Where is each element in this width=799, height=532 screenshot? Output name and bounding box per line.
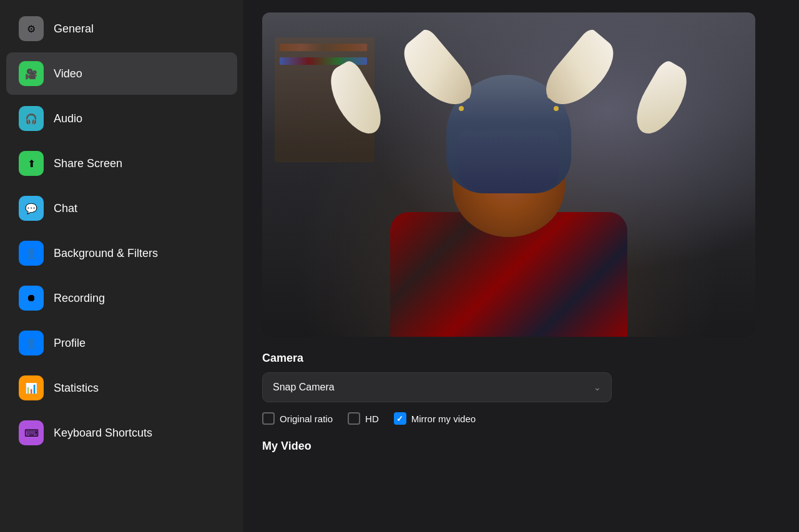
statistics-icon: 📊 — [19, 375, 44, 400]
my-video-title: My Video — [262, 440, 780, 453]
chat-icon: 💬 — [19, 196, 44, 221]
sidebar-item-general[interactable]: ⚙General — [6, 7, 237, 50]
sidebar-label-recording: Recording — [54, 292, 105, 305]
checkbox-label-mirror-video: Mirror my video — [411, 414, 476, 424]
background-filters-icon: 👤 — [19, 241, 44, 266]
camera-section-title: Camera — [262, 352, 780, 365]
profile-icon: 👤 — [19, 331, 44, 355]
sidebar-label-background-filters: Background & Filters — [54, 247, 158, 260]
sidebar: ⚙General🎥Video🎧Audio⬆Share Screen💬Chat👤B… — [0, 0, 243, 532]
checkboxes-row: Original ratioHDMirror my video — [262, 412, 780, 425]
checkbox-label-original-ratio: Original ratio — [280, 414, 333, 424]
sidebar-label-video: Video — [54, 67, 82, 80]
checkbox-item-mirror-video[interactable]: Mirror my video — [394, 412, 476, 425]
camera-section: Camera Snap Camera ⌄ Original ratioHDMir… — [262, 352, 780, 453]
video-icon: 🎥 — [19, 61, 44, 86]
video-preview — [262, 12, 755, 337]
camera-dropdown-value: Snap Camera — [273, 382, 335, 393]
keyboard-shortcuts-icon: ⌨ — [19, 420, 44, 445]
sidebar-item-statistics[interactable]: 📊Statistics — [6, 367, 237, 409]
checkbox-original-ratio[interactable] — [262, 412, 275, 425]
checkbox-mirror-video[interactable] — [394, 412, 406, 425]
camera-dropdown[interactable]: Snap Camera ⌄ — [262, 372, 612, 402]
checkbox-hd[interactable] — [348, 412, 360, 425]
general-icon: ⚙ — [19, 16, 44, 41]
chevron-down-icon: ⌄ — [594, 382, 601, 392]
sidebar-item-profile[interactable]: 👤Profile — [6, 322, 237, 364]
sidebar-label-profile: Profile — [54, 337, 86, 350]
helmet-horn-left — [321, 58, 391, 142]
sidebar-item-audio[interactable]: 🎧Audio — [6, 97, 237, 140]
checkbox-label-hd: HD — [365, 414, 379, 424]
main-content: Camera Snap Camera ⌄ Original ratioHDMir… — [243, 0, 799, 532]
audio-icon: 🎧 — [19, 106, 44, 131]
sidebar-label-chat: Chat — [54, 202, 77, 215]
sidebar-label-share-screen: Share Screen — [54, 157, 122, 170]
sidebar-item-share-screen[interactable]: ⬆Share Screen — [6, 142, 237, 185]
helmet-horn-right — [627, 58, 697, 142]
sidebar-item-chat[interactable]: 💬Chat — [6, 187, 237, 230]
checkbox-item-hd[interactable]: HD — [348, 412, 379, 425]
share-screen-icon: ⬆ — [19, 151, 44, 176]
sidebar-item-background-filters[interactable]: 👤Background & Filters — [6, 232, 237, 274]
recording-icon: ⏺ — [19, 286, 44, 311]
checkbox-item-original-ratio[interactable]: Original ratio — [262, 412, 333, 425]
sidebar-label-audio: Audio — [54, 112, 82, 125]
sidebar-label-statistics: Statistics — [54, 382, 99, 395]
sidebar-item-video[interactable]: 🎥Video — [6, 52, 237, 95]
sidebar-item-keyboard-shortcuts[interactable]: ⌨Keyboard Shortcuts — [6, 412, 237, 454]
sidebar-label-general: General — [54, 22, 94, 36]
sidebar-label-keyboard-shortcuts: Keyboard Shortcuts — [54, 427, 152, 440]
sidebar-item-recording[interactable]: ⏺Recording — [6, 277, 237, 319]
